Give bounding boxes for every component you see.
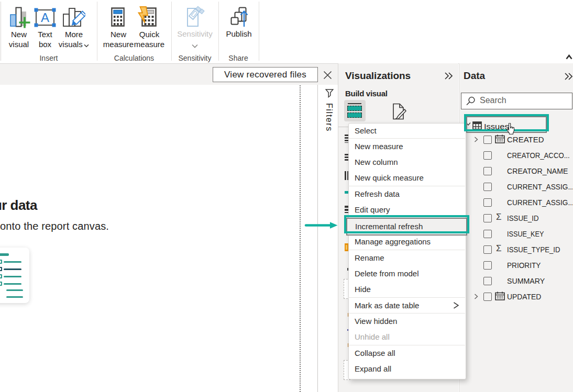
svg-text:A: A bbox=[41, 10, 49, 25]
